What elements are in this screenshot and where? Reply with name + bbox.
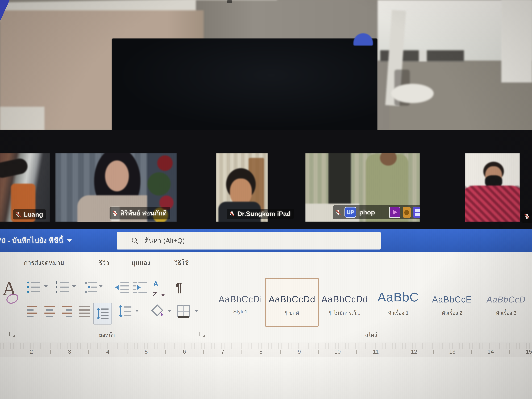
pilcrow-icon[interactable]: ¶	[176, 280, 183, 295]
word-title-bar: 70 - บันทึกไปยัง พีซีนี้	[0, 229, 532, 252]
chevron-down-icon[interactable]	[135, 310, 139, 312]
dialog-launcher-icon[interactable]	[9, 332, 15, 337]
ruler[interactable]: 2 3 4 5 6 7 8 9 10 11 12 13 14 15	[0, 342, 532, 357]
search-input[interactable]	[144, 237, 380, 245]
participant-name-badge: UP phop ...	[333, 205, 420, 219]
participant-tile-siriphan[interactable]: สิริพันธ์ สอนภักดี	[55, 153, 177, 222]
style-label: ¶ ปกติ	[268, 309, 316, 317]
document-title-text: 70 - บันทึกไปยัง พีซีนี้	[0, 235, 63, 246]
up-badge: UP	[344, 207, 356, 218]
line-spacing-icon[interactable]	[118, 304, 132, 318]
text-cursor	[472, 355, 472, 369]
participant-tile-right[interactable]	[465, 153, 520, 222]
search-icon	[131, 237, 139, 245]
style-item-no-spacing[interactable]: AaBbCcDd ¶ ไม่มีการเว้...	[322, 279, 367, 326]
style-item-heading2[interactable]: AaBbCcE หัวเรื่อง 2	[428, 279, 476, 326]
numbering-icon[interactable]	[55, 279, 71, 295]
mic-muted-icon	[229, 210, 235, 217]
ruler-number: 8	[260, 348, 263, 355]
chevron-down-icon[interactable]	[44, 285, 48, 287]
monitor-off	[112, 38, 377, 130]
style-sample: AaBbCcDi	[218, 279, 263, 304]
styles-group-label: สไตล์	[355, 331, 388, 339]
photo-of-laptop-screen: 5ive is sharing their screen. Luang สิริ…	[0, 0, 532, 399]
participant-name: Luang	[24, 211, 43, 218]
sort-arrow-icon	[163, 281, 163, 296]
tab-view[interactable]: มุมมอง	[131, 258, 150, 267]
ruler-number: 2	[30, 348, 33, 355]
align-center-icon[interactable]	[44, 304, 57, 318]
mic-muted-icon	[15, 211, 22, 218]
x	[227, 0, 232, 3]
ruler-number: 14	[488, 348, 494, 355]
ruler-number: 5	[145, 348, 148, 355]
participant-name: phop	[359, 209, 375, 216]
lamp	[391, 84, 434, 103]
ruler-number: 15	[526, 348, 532, 355]
style-label: หัวเรื่อง 2	[428, 309, 476, 317]
person-silhouette	[465, 186, 520, 222]
tab-help[interactable]: วิธีใช้	[174, 258, 189, 267]
distributed-button-selected[interactable]	[93, 303, 112, 324]
style-sample: AaBbCcE	[428, 279, 476, 304]
room-background	[0, 0, 532, 130]
participant-name-badge: Luang	[13, 209, 46, 220]
paragraph-group-label: ย่อหน้า	[90, 331, 124, 339]
increase-indent-icon[interactable]	[133, 280, 147, 295]
participant-name-badge: Dr.Sungkom iPad	[227, 209, 294, 219]
borders-icon[interactable]	[177, 304, 190, 318]
ruler-number: 6	[183, 348, 186, 355]
tab-review[interactable]: รีวิว	[99, 258, 109, 267]
participant-name-badge: สิริพันธ์ สอนภักดี	[109, 207, 170, 220]
participant-tile-phop[interactable]: UP phop ...	[305, 153, 420, 222]
multilevel-list-icon[interactable]	[83, 279, 99, 295]
participant-video	[465, 153, 520, 222]
style-sample: AaBbC	[374, 279, 423, 304]
person-silhouette	[230, 178, 252, 206]
document-title[interactable]: 70 - บันทึกไปยัง พีซีนี้	[0, 229, 72, 252]
style-item-heading1[interactable]: AaBbC หัวเรื่อง 1	[374, 279, 423, 326]
participant-tile-luang[interactable]: Luang	[0, 153, 50, 222]
document-area[interactable]	[0, 357, 532, 399]
chevron-down-icon[interactable]	[194, 310, 198, 312]
mic-muted-icon	[335, 209, 342, 215]
ruler-number: 10	[335, 348, 341, 355]
wall	[501, 0, 532, 82]
style-item-normal[interactable]: AaBbCcDd ¶ ปกติ	[268, 279, 316, 326]
participant-name: Dr.Sungkom iPad	[237, 210, 291, 218]
style-item-heading3[interactable]: AaBbCcD หัวเรื่อง 3	[482, 279, 530, 326]
distribute-icon	[96, 306, 109, 321]
style-sample: AaBbCcD	[482, 279, 530, 304]
medal-badge-icon	[403, 207, 411, 218]
chevron-down-icon[interactable]	[67, 239, 72, 242]
person-silhouette	[105, 160, 129, 191]
participant-name-badge: ก	[521, 210, 532, 222]
ruler-number: 12	[411, 348, 417, 355]
chevron-down-icon[interactable]	[72, 285, 76, 287]
video-badge-icon	[389, 207, 400, 218]
align-right-icon[interactable]	[61, 304, 74, 318]
chevron-down-icon[interactable]	[168, 310, 172, 312]
search-box[interactable]	[117, 232, 380, 249]
participant-name: สิริพันธ์ สอนภักดี	[120, 208, 167, 218]
bullets-icon[interactable]	[26, 279, 41, 295]
chevron-down-icon[interactable]	[99, 285, 103, 287]
ruler-number: 7	[221, 348, 224, 355]
sort-icon: Z	[153, 290, 157, 298]
style-item-style1[interactable]: AaBbCcDi Style1	[218, 279, 263, 326]
dialog-launcher-icon[interactable]	[199, 332, 205, 337]
ruler-number: 4	[106, 348, 109, 355]
shading-icon[interactable]	[151, 304, 165, 319]
style-label: ¶ ไม่มีการเว้...	[322, 309, 367, 317]
sort-icon[interactable]: A	[153, 280, 158, 287]
reaction-badges: ...	[378, 207, 420, 218]
ruler-number: 3	[68, 348, 71, 355]
ribbon: การส่งจดหมาย รีวิว มุมมอง วิธีใช้ A A Z …	[0, 252, 532, 342]
align-left-icon[interactable]	[26, 304, 39, 318]
decrease-indent-icon[interactable]	[114, 280, 129, 295]
style-sample: AaBbCcDd	[322, 279, 367, 304]
style-label: หัวเรื่อง 1	[374, 309, 423, 317]
ruler-number: 9	[298, 348, 301, 355]
justify-icon[interactable]	[79, 304, 91, 318]
tab-mailings[interactable]: การส่งจดหมาย	[24, 258, 64, 267]
